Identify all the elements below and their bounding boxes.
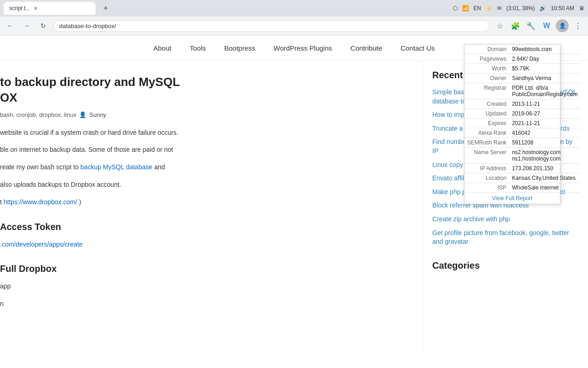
owner-label: Owner — [464, 74, 509, 83]
extension-icon-w[interactable]: W — [540, 19, 553, 32]
registrar-label: Registrar — [464, 83, 509, 99]
domain-info-popup: Domain 99webtools.com Pageviews 2.64K/ D… — [464, 44, 560, 204]
refresh-button[interactable]: ↻ — [37, 19, 50, 32]
worth-label: Worth — [464, 64, 509, 74]
article-author: Sunny — [89, 111, 106, 118]
alexa-rank-label: Alexa Rank — [464, 128, 509, 138]
article-body: website is crucial if a system crash or … — [0, 127, 409, 310]
nav-wordpress-plugins[interactable]: WordPress Plugins — [274, 37, 332, 59]
author-icon: 👤 — [79, 111, 86, 118]
address-bar[interactable] — [53, 20, 490, 32]
display-icon: 🖥 — [579, 5, 584, 12]
list-item: Get profile picture from facebook, googl… — [432, 229, 579, 247]
expires-label: Expires — [464, 119, 509, 128]
address-bar-row: ← → ↻ ☆ 🧩 🔧 W 👤 ⋮ — [0, 17, 588, 35]
bluetooth-icon: ⚡ — [486, 5, 492, 12]
access-token-heading: Access Token — [0, 219, 409, 235]
pageviews-label: Pageviews — [464, 54, 509, 64]
table-row: ISP WholeSale Internet — [464, 183, 581, 193]
nav-tools[interactable]: Tools — [190, 37, 206, 59]
article-section: to backup directory and MySQLOX bash, cr… — [0, 61, 423, 350]
post-link-9[interactable]: Create zip archive with php — [432, 215, 510, 223]
browser-chrome: script t... ✕ + ⬡ 📶 EN ⚡ ✉ (3:01, 38%) 🔊… — [0, 0, 588, 35]
worth-value: $5.79K — [509, 64, 580, 74]
full-dropbox-para-2: n — [0, 299, 409, 310]
registrar-value: PDR Ltd. d/b/a PublicDomainRegistry.com — [509, 83, 580, 99]
wifi-icon: 📶 — [462, 5, 469, 12]
backup-mysql-link[interactable]: backup MySQL database — [80, 163, 153, 171]
back-button[interactable]: ← — [4, 19, 17, 32]
table-row: Expires 2021-11-21 — [464, 119, 581, 128]
created-value: 2013-11-21 — [509, 99, 580, 109]
nav-contribute[interactable]: Contribute — [351, 37, 382, 59]
profile-avatar[interactable]: 👤 — [556, 19, 569, 32]
created-label: Created — [464, 99, 509, 109]
lang-icon: EN — [474, 5, 481, 12]
battery-icon: (3:01, 38%) — [506, 5, 535, 12]
location-value: Kansas City,United States — [509, 173, 580, 183]
access-token-para: .com/developers/apps/create — [0, 239, 409, 250]
table-row: Created 2013-11-21 — [464, 99, 581, 109]
updated-value: 2019-06-27 — [509, 109, 580, 119]
extension-icon-1[interactable]: 🧩 — [509, 19, 522, 32]
nav-about[interactable]: About — [153, 37, 171, 59]
table-row: Alexa Rank 416042 — [464, 128, 581, 138]
dropbox-icon: ⬡ — [453, 5, 458, 12]
forward-button[interactable]: → — [20, 19, 33, 32]
name-server-value: ns2.hostnology.com ns1.hostnology.com — [509, 148, 580, 164]
location-label: Location — [464, 173, 509, 183]
bookmark-icon[interactable]: ☆ — [493, 19, 506, 32]
owner-value: Sandhya Verma — [509, 74, 580, 83]
clock: 10:50 AM — [551, 5, 574, 12]
table-row: Registrar PDR Ltd. d/b/a PublicDomainReg… — [464, 83, 581, 99]
article-meta: bash, cronjob, dropbox, linux 👤 Sunny — [0, 111, 409, 118]
table-row: Owner Sandhya Verma — [464, 74, 581, 83]
tab-title: script t... — [9, 5, 30, 12]
new-tab-button[interactable]: + — [99, 2, 112, 15]
menu-icon[interactable]: ⋮ — [571, 19, 584, 32]
isp-value: WholeSale Internet — [509, 183, 580, 193]
table-row: Pageviews 2.64K/ Day — [464, 54, 581, 64]
expires-value: 2021-11-21 — [509, 119, 580, 128]
semrush-rank-value: 5911208 — [509, 138, 580, 148]
categories-heading: Categories — [432, 260, 579, 271]
pageviews-value: 2.64K/ Day — [509, 54, 580, 64]
table-row: Location Kansas City,United States — [464, 173, 581, 183]
toolbar-icons: ☆ 🧩 🔧 W 👤 ⋮ — [493, 19, 584, 32]
volume-icon: 🔊 — [539, 5, 546, 12]
system-icons: ⬡ 📶 EN ⚡ ✉ (3:01, 38%) 🔊 10:50 AM 🖥 — [453, 5, 584, 12]
full-dropbox-heading: Full Dropbox — [0, 261, 409, 276]
nav-contact-us[interactable]: Contact Us — [401, 37, 435, 59]
semrush-rank-label: SEMRush Rank — [464, 138, 509, 148]
article-para-3: reate my own bash script to backup MySQL… — [0, 162, 409, 173]
full-dropbox-para-1: app — [0, 281, 409, 292]
dropbox-link[interactable]: https://www.dropbox.com/ — [4, 198, 77, 206]
nav-bootpress[interactable]: Bootpress — [224, 37, 255, 59]
ip-address-value: 173.208.201.150 — [509, 164, 580, 173]
post-link-10[interactable]: Get profile picture from facebook, googl… — [432, 229, 569, 246]
alexa-rank-value: 416042 — [509, 128, 580, 138]
title-bar: script t... ✕ + ⬡ 📶 EN ⚡ ✉ (3:01, 38%) 🔊… — [0, 0, 588, 17]
ip-address-label: IP Address — [464, 164, 509, 173]
tab-close-icon[interactable]: ✕ — [34, 6, 38, 12]
table-row: Updated 2019-06-27 — [464, 109, 581, 119]
article-para-4: also uploads backups to Dropbox account. — [0, 179, 409, 190]
tab[interactable]: script t... ✕ — [4, 2, 96, 15]
list-item: Create zip archive with php — [432, 215, 579, 224]
domain-info-table: Domain 99webtools.com Pageviews 2.64K/ D… — [464, 45, 581, 193]
domain-value: 99webtools.com — [509, 45, 580, 54]
table-row: SEMRush Rank 5911208 — [464, 138, 581, 148]
article-para-2: ble on internet to backup data. Some of … — [0, 144, 409, 155]
name-server-label: Name Server — [464, 148, 509, 164]
view-full-report-link[interactable]: View Full Report — [464, 193, 560, 204]
table-row: Domain 99webtools.com — [464, 45, 581, 54]
table-row: Name Server ns2.hostnology.com ns1.hostn… — [464, 148, 581, 164]
isp-label: ISP — [464, 183, 509, 193]
mail-icon: ✉ — [497, 5, 502, 12]
table-row: IP Address 173.208.201.150 — [464, 164, 581, 173]
updated-label: Updated — [464, 109, 509, 119]
article-title: to backup directory and MySQLOX — [0, 75, 409, 106]
access-token-link[interactable]: .com/developers/apps/create — [0, 241, 83, 248]
extension-icon-2[interactable]: 🔧 — [525, 19, 537, 32]
article-tags: bash, cronjob, dropbox, linux — [0, 111, 76, 118]
